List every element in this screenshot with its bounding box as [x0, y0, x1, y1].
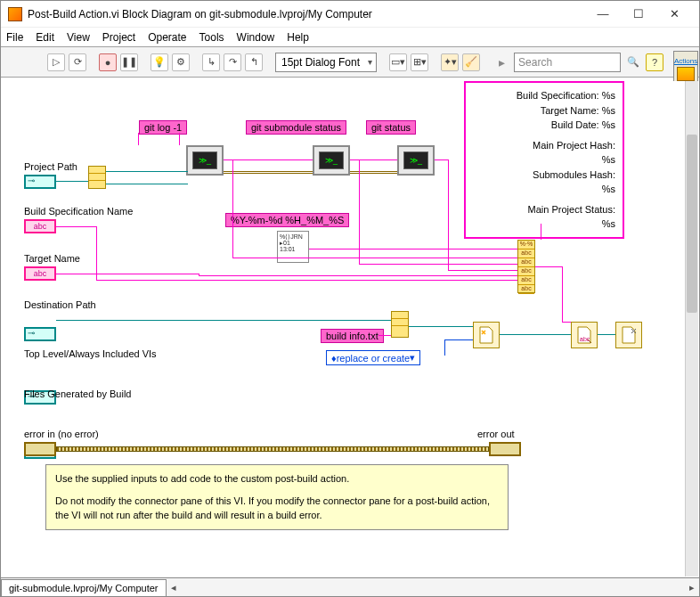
- wire: [350, 159, 397, 160]
- note-line: Do not modify the connector pane of this…: [55, 495, 499, 522]
- close-button[interactable]: ✕: [656, 2, 692, 27]
- exec-git-status[interactable]: ≫_: [397, 145, 435, 176]
- error-in-terminal[interactable]: [24, 442, 56, 456]
- terminal-icon: ≫_: [403, 151, 428, 169]
- format-line: Build Specification: %s: [473, 88, 615, 103]
- vertical-scrollbar[interactable]: [685, 81, 698, 577]
- wire: [96, 280, 517, 281]
- app-icon: [8, 7, 22, 21]
- retain-button[interactable]: ⚙: [172, 53, 190, 71]
- menu-window[interactable]: Window: [237, 31, 275, 44]
- search-icon[interactable]: 🔍: [624, 53, 642, 71]
- terminal-icon: ≫_: [319, 151, 344, 169]
- format-line: Main Project Hash:: [473, 138, 615, 153]
- wire: [448, 159, 449, 270]
- step-into-button[interactable]: ↳: [202, 53, 220, 71]
- git-sub-label: git submodule status: [246, 120, 346, 135]
- wire: [199, 275, 517, 276]
- build-path-node[interactable]: [391, 311, 409, 338]
- menu-view[interactable]: View: [67, 31, 90, 44]
- wire: [359, 159, 360, 264]
- format-into-string-node[interactable]: %·%abcabcabcabcabc: [517, 240, 535, 293]
- files-gen-label: Files Generated by Build: [24, 388, 131, 399]
- font-label: 15pt Dialog Font: [281, 56, 360, 69]
- minimize-button[interactable]: —: [585, 2, 621, 27]
- terminal-icon: ≫_: [192, 151, 217, 169]
- run-cont-button[interactable]: ⟳: [69, 53, 86, 71]
- wire: [106, 184, 188, 184]
- dest-path-label: Destination Path: [24, 299, 96, 310]
- project-path-label: Project Path: [24, 161, 77, 172]
- step-out-button[interactable]: ↰: [245, 53, 263, 71]
- error-wire: [56, 446, 489, 452]
- wire: [224, 159, 313, 160]
- font-selector[interactable]: 15pt Dialog Font: [275, 53, 377, 72]
- note-line: Use the supplied inputs to add code to t…: [55, 472, 499, 486]
- wire: [232, 258, 517, 258]
- status-project-tab[interactable]: git-submodule.lvproj/My Computer: [1, 579, 167, 596]
- block-diagram[interactable]: Build Specification: %s Target Name: %s …: [1, 81, 685, 577]
- wire: [56, 181, 88, 182]
- status-nav-left[interactable]: ◂: [167, 582, 181, 593]
- build-info-label: build info.txt: [321, 329, 384, 343]
- wire: [409, 326, 473, 327]
- search-input[interactable]: Search: [514, 53, 621, 72]
- scrollbar-thumb[interactable]: [687, 135, 697, 313]
- wire: [96, 226, 97, 280]
- replace-label: replace or create: [337, 353, 411, 364]
- highlight-button[interactable]: 💡: [151, 53, 168, 71]
- wire: [224, 171, 313, 174]
- window-title: Post-Build Action.vi Block Diagram on gi…: [28, 8, 585, 20]
- cleanup-button[interactable]: 🧹: [462, 53, 480, 71]
- wire: [500, 334, 571, 335]
- git-status-label: git status: [366, 120, 416, 135]
- step-over-button[interactable]: ↷: [224, 53, 241, 71]
- wire: [56, 226, 96, 227]
- replace-create-ring[interactable]: ♦ replace or create ▾: [326, 350, 420, 365]
- error-in-label: error in (no error): [24, 429, 99, 439]
- exec-git-sub[interactable]: ≫_: [313, 145, 350, 176]
- build-spec-terminal[interactable]: abc: [24, 219, 56, 233]
- pause-button[interactable]: ❚❚: [120, 53, 138, 71]
- path-split-node[interactable]: [88, 166, 106, 189]
- menu-help[interactable]: Help: [287, 31, 309, 44]
- wire: [56, 274, 199, 274]
- menu-operate[interactable]: Operate: [148, 31, 186, 44]
- maximize-button[interactable]: ☐: [621, 2, 656, 27]
- wire: [444, 339, 473, 340]
- actions-icon: [677, 67, 695, 81]
- exec-git-log[interactable]: ≫_: [186, 145, 224, 176]
- close-file-node[interactable]: [615, 322, 642, 348]
- error-out-terminal[interactable]: [489, 442, 521, 456]
- project-path-terminal[interactable]: [24, 175, 56, 189]
- distribute-button[interactable]: ⊞▾: [411, 53, 428, 71]
- nav-separator: ▸: [492, 53, 510, 71]
- comment-box: Use the supplied inputs to add code to t…: [45, 464, 509, 530]
- align-button[interactable]: ▭▾: [389, 53, 407, 71]
- format-line: %s: [473, 152, 615, 168]
- menu-tools[interactable]: Tools: [199, 31, 224, 44]
- wire: [350, 171, 397, 174]
- format-line: %s: [473, 182, 615, 197]
- menu-file[interactable]: File: [6, 31, 23, 44]
- abort-button[interactable]: ●: [99, 53, 117, 71]
- error-out-label: error out: [477, 429, 515, 439]
- top-vis-label: Top Level/Always Included VIs: [24, 348, 157, 359]
- dest-path-terminal[interactable]: [24, 327, 56, 341]
- help-button[interactable]: ?: [646, 53, 663, 71]
- status-nav-right[interactable]: ▸: [685, 582, 699, 593]
- statusbar: git-submodule.lvproj/My Computer ◂ ▸: [1, 577, 699, 596]
- reorder-button[interactable]: ✦▾: [441, 53, 459, 71]
- format-line: %s: [473, 217, 615, 232]
- format-line: Main Project Status:: [473, 202, 615, 217]
- menu-project[interactable]: Project: [102, 31, 135, 44]
- menu-edit[interactable]: Edit: [36, 31, 54, 44]
- open-file-node[interactable]: [473, 322, 500, 348]
- status-path: git-submodule.lvproj/My Computer: [9, 583, 159, 593]
- format-string-box: Build Specification: %s Target Name: %s …: [464, 81, 624, 239]
- wire: [444, 339, 445, 356]
- write-file-node[interactable]: abc: [571, 322, 598, 348]
- run-button[interactable]: ▷: [47, 53, 65, 71]
- target-name-terminal[interactable]: abc: [24, 266, 56, 281]
- format-line: Submodules Hash:: [473, 168, 615, 183]
